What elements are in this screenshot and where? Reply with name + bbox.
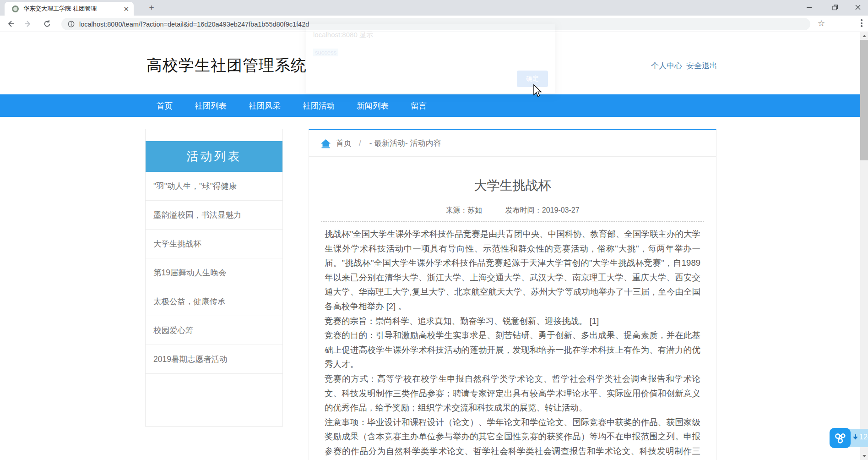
- article-paragraph: 挑战杯"全国大学生课外学术科技作品竞赛是由共青团中央、中国科协、教育部、全国学联…: [325, 227, 700, 314]
- sidebar-item[interactable]: 大学生挑战杯: [146, 230, 282, 258]
- minimize-icon: [807, 5, 812, 10]
- sidebar-item[interactable]: 墨韵溢校园，书法显魅力: [146, 201, 282, 230]
- breadcrumb-home[interactable]: 首页: [336, 138, 352, 148]
- main-nav: 首页 社团列表 社团风采 社团活动 新闻列表 留言: [0, 94, 860, 117]
- article-paragraph: 竞赛的宗旨：崇尚科学、追求真知、勤奋学习、锐意创新、迎接挑战。 [1]: [325, 314, 700, 329]
- site-favicon-icon: [12, 5, 19, 12]
- nav-item-club-activity[interactable]: 社团活动: [303, 100, 335, 111]
- download-arrow-icon: [852, 434, 858, 441]
- activity-sidebar: 活动列表 "羽"动人生，"球"得健康 墨韵溢校园，书法显魅力 大学生挑战杯 第1…: [145, 129, 283, 427]
- logout-link[interactable]: 安全退出: [686, 60, 717, 71]
- sidebar-item[interactable]: 2019暑期志愿者活动: [146, 345, 282, 374]
- browser-menu-icon[interactable]: [861, 19, 863, 27]
- sidebar-item[interactable]: 第19届舞动人生晚会: [146, 258, 282, 287]
- article-paragraph: 注意事项：毕业设计和课程设计（论文）、学年论文和学位论文、国际竞赛中获奖的作品、…: [325, 415, 700, 460]
- mouse-cursor: [533, 84, 543, 100]
- forward-button[interactable]: [23, 19, 33, 29]
- nav-item-club-list[interactable]: 社团列表: [195, 100, 227, 111]
- window-close-button[interactable]: [848, 0, 868, 15]
- scroll-down-icon: [863, 455, 866, 457]
- user-links: 个人中心 安全退出: [651, 60, 717, 71]
- reload-button[interactable]: [42, 19, 52, 29]
- window-minimize-button[interactable]: [799, 0, 819, 15]
- bookmark-star-icon[interactable]: ☆: [818, 19, 825, 27]
- site-title: 高校学生社团管理系统: [146, 55, 307, 76]
- sidebar-item[interactable]: 太极公益，健康传承: [146, 287, 282, 316]
- article-title: 大学生挑战杯: [309, 177, 716, 194]
- netdisk-download-badge[interactable]: 124: [830, 428, 868, 448]
- article-panel: 首页 / - 最新活动- 活动内容 大学生挑战杯 来源：苏如 发布时间：2019…: [309, 129, 716, 460]
- article-meta: 来源：苏如 发布时间：2019-03-27: [309, 206, 716, 215]
- article-source: 来源：苏如: [445, 206, 482, 214]
- nav-item-club-style[interactable]: 社团风采: [249, 100, 281, 111]
- netdisk-logo-icon[interactable]: [830, 428, 851, 448]
- browser-toolbar: localhost:8080/team/f?action=detail&id=1…: [0, 16, 868, 32]
- nav-item-home[interactable]: 首页: [157, 100, 173, 111]
- article-paragraph: 竞赛的目的：引导和激励高校学生实事求是、刻苦钻研、勇于创新、多出成果、提高素质，…: [325, 328, 700, 372]
- home-icon: [320, 138, 331, 149]
- article-body: 挑战杯"全国大学生课外学术科技作品竞赛是由共青团中央、中国科协、教育部、全国学联…: [325, 227, 700, 460]
- scrollbar-up-button[interactable]: [860, 32, 868, 40]
- sidebar-title: 活动列表: [146, 141, 282, 172]
- close-icon: [855, 5, 861, 10]
- download-count: 124: [859, 433, 868, 441]
- breadcrumb-separator: /: [359, 139, 361, 148]
- profile-center-link[interactable]: 个人中心: [651, 60, 682, 71]
- browser-tab[interactable]: 华东交大理工学院-社团管理 ✕: [5, 2, 134, 16]
- sidebar-item[interactable]: 校园爱心筹: [146, 316, 282, 345]
- nav-item-message[interactable]: 留言: [411, 100, 427, 111]
- scroll-up-icon: [863, 35, 866, 37]
- new-tab-button[interactable]: +: [146, 2, 157, 14]
- web-page: 高校学生社团管理系统 个人中心 安全退出 首页 社团列表 社团风采 社团活动 新…: [0, 32, 860, 460]
- page-scrollbar[interactable]: [860, 32, 868, 460]
- sidebar-item[interactable]: "羽"动人生，"球"得健康: [146, 172, 282, 201]
- article-publish-time: 发布时间：2019-03-27: [505, 206, 580, 214]
- reload-icon: [43, 20, 51, 28]
- address-bar[interactable]: localhost:8080/team/f?action=detail&id=1…: [61, 18, 810, 30]
- browser-window: { "browser": { "tab_title": "华东交大理工学院-社团…: [0, 0, 868, 460]
- back-button[interactable]: [5, 19, 16, 29]
- tab-close-icon[interactable]: ✕: [123, 5, 129, 12]
- page-info-icon[interactable]: [68, 21, 75, 27]
- restore-icon: [832, 5, 838, 11]
- scrollbar-thumb[interactable]: [860, 40, 868, 160]
- scrollbar-down-button[interactable]: [860, 452, 868, 460]
- tab-title: 华东交大理工学院-社团管理: [23, 5, 119, 13]
- window-restore-button[interactable]: [825, 0, 845, 15]
- url-text: localhost:8080/team/f?action=detail&id=1…: [79, 21, 309, 28]
- forward-icon: [24, 20, 32, 28]
- tab-strip: 华东交大理工学院-社团管理 ✕ +: [0, 0, 868, 16]
- breadcrumb-current: - 最新活动- 活动内容: [369, 138, 441, 148]
- back-icon: [6, 20, 15, 28]
- breadcrumb: 首页 / - 最新活动- 活动内容: [309, 130, 716, 157]
- nav-item-news-list[interactable]: 新闻列表: [357, 100, 389, 111]
- article-paragraph: 竞赛的方式：高等学校在校学生申报自然科学类学术论文、哲学社会科学类社会调查报告和…: [325, 372, 700, 415]
- meta-divider: [321, 221, 704, 222]
